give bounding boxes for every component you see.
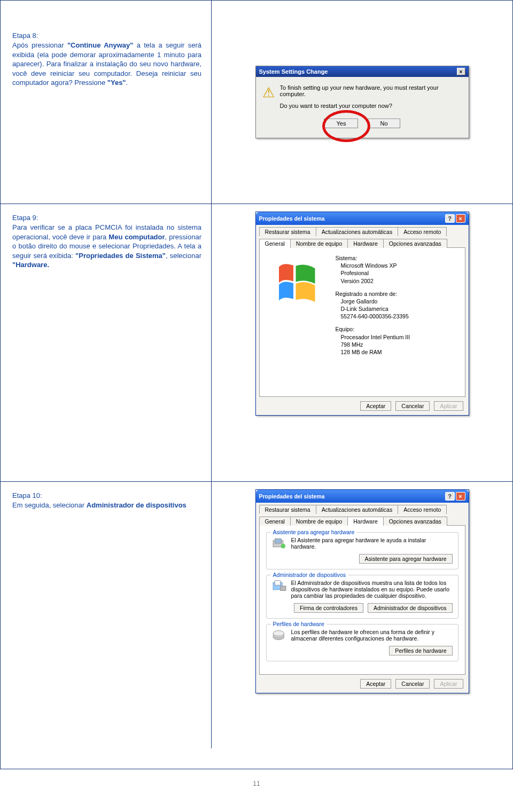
ok-button[interactable]: Aceptar	[360, 679, 391, 689]
tab-advanced[interactable]: Opciones avanzadas	[383, 239, 447, 248]
warning-icon: ⚠	[262, 84, 275, 116]
sistema-line-3: Versión 2002	[336, 277, 410, 285]
svg-rect-1	[275, 538, 281, 543]
equipo-label: Equipo:	[336, 325, 410, 333]
step9-image-cell: Propiedades del sistema ? × Restaurar si…	[212, 204, 512, 481]
add-hardware-legend: Asistente para agregar hardware	[271, 529, 357, 535]
tab-remote[interactable]: Acceso remoto	[398, 227, 447, 236]
device-manager-desc: El Administrador de dispositivos muestra…	[291, 580, 453, 599]
step9-heading: Etapa 9:	[12, 214, 201, 222]
props-tabs-row2: General Nombre de equipo Hardware Opcion…	[259, 238, 465, 247]
device-manager-button[interactable]: Administrador de dispositivos	[368, 603, 453, 613]
ok-button[interactable]: Aceptar	[360, 401, 391, 411]
svg-rect-5	[280, 586, 285, 591]
props-tabs-row2: General Nombre de equipo Hardware Opcion…	[259, 516, 465, 525]
props-titlebar: Propiedades del sistema ? ×	[256, 490, 469, 503]
tab-remote[interactable]: Acceso remoto	[398, 505, 447, 514]
tab-computer-name[interactable]: Nombre de equipo	[290, 239, 348, 248]
system-settings-dialog: System Settings Change × ⚠ To finish set…	[255, 66, 469, 138]
add-hardware-fieldset: Asistente para agregar hardware El Asist…	[266, 532, 458, 569]
step10-text-cell: Etapa 10: Em seguida, selecionar Adminis…	[1, 482, 212, 748]
hardware-tab-body: Asistente para agregar hardware El Asist…	[259, 525, 465, 675]
step8-text-cell: Etapa 8: Após pressionar "Continue Anywa…	[1, 1, 212, 204]
tab-restore[interactable]: Restaurar sistema	[259, 227, 316, 236]
tab-autoupdate[interactable]: Actualizaciones automáticas	[316, 227, 399, 236]
hardware-profiles-button[interactable]: Perfiles de hardware	[389, 646, 452, 655]
device-manager-fieldset: Administrador de dispositivos El Adminis…	[266, 575, 458, 619]
step9-text-cell: Etapa 9: Para verificar se a placa PCMCI…	[1, 204, 212, 481]
system-properties-dialog-general: Propiedades del sistema ? × Restaurar si…	[255, 212, 469, 416]
yes-button[interactable]: Yes	[324, 119, 358, 128]
svg-rect-4	[275, 581, 280, 585]
step8-body: Após pressionar "Continue Anyway" a tela…	[12, 41, 201, 88]
close-icon[interactable]: ×	[456, 492, 465, 501]
tab-general[interactable]: General	[259, 239, 291, 248]
step10-image-cell: Propiedades del sistema ? × Restaurar si…	[212, 482, 512, 748]
registrado-label: Registrado a nombre de:	[336, 290, 410, 298]
registrado-line-1: Jorge Gallardo	[336, 298, 410, 305]
help-icon[interactable]: ?	[445, 492, 455, 501]
device-manager-legend: Administrador de dispositivos	[271, 572, 348, 578]
step8-heading: Etapa 8:	[12, 32, 201, 40]
tab-general[interactable]: General	[259, 517, 291, 526]
equipo-line-3: 128 MB de RAM	[336, 348, 410, 356]
add-hardware-desc: El Asistente para agregar hardware le ay…	[291, 537, 453, 550]
hardware-profiles-fieldset: Perfiles de hardware Los perfiles de har…	[266, 624, 458, 661]
dialog-msg-1: To finish setting up your new hardware, …	[280, 84, 462, 97]
registrado-line-2: D-Link Sudamerica	[336, 305, 410, 313]
equipo-line-2: 798 MHz	[336, 341, 410, 348]
svg-point-8	[273, 630, 284, 636]
sistema-line-2: Profesional	[336, 269, 410, 277]
close-icon[interactable]: ×	[457, 68, 465, 75]
svg-point-2	[281, 544, 285, 549]
add-hardware-wizard-button[interactable]: Asistente para agregar hardware	[359, 554, 453, 564]
tab-autoupdate[interactable]: Actualizaciones automáticas	[316, 505, 399, 514]
cancel-button[interactable]: Cancelar	[395, 401, 430, 411]
tab-restore[interactable]: Restaurar sistema	[259, 505, 316, 514]
tab-hardware[interactable]: Hardware	[347, 239, 384, 248]
hardware-profiles-desc: Los perfiles de hardware le ofrecen una …	[291, 629, 453, 642]
cancel-button[interactable]: Cancelar	[395, 679, 430, 689]
equipo-line-1: Procesador Intel Pentium III	[336, 333, 410, 341]
step8-image-cell: System Settings Change × ⚠ To finish set…	[212, 1, 512, 204]
registrado-line-3: 55274-640-0000356-23395	[336, 313, 410, 320]
add-hardware-icon	[272, 537, 287, 550]
step10-heading: Etapa 10:	[12, 491, 201, 499]
help-icon[interactable]: ?	[445, 214, 455, 223]
props-title: Propiedades del sistema	[259, 215, 325, 222]
device-manager-icon	[272, 580, 287, 592]
driver-signing-button[interactable]: Firma de controladores	[294, 603, 363, 613]
tab-computer-name[interactable]: Nombre de equipo	[290, 517, 348, 526]
sistema-line-1: Microsoft Windows XP	[336, 262, 410, 269]
sistema-label: Sistema:	[336, 254, 410, 262]
dialog-titlebar: System Settings Change ×	[256, 66, 469, 77]
dialog-title: System Settings Change	[259, 68, 328, 75]
step9-body: Para verificar se a placa PCMCIA foi ins…	[12, 223, 201, 270]
hardware-profiles-icon	[272, 629, 287, 642]
props-tabs-row1: Restaurar sistema Actualizaciones automá…	[259, 227, 465, 236]
general-tab-body: Sistema: Microsoft Windows XP Profesiona…	[259, 247, 465, 397]
system-properties-dialog-hardware: Propiedades del sistema ? × Restaurar si…	[255, 489, 469, 693]
hardware-profiles-legend: Perfiles de hardware	[271, 621, 327, 627]
props-title: Propiedades del sistema	[259, 493, 325, 499]
props-tabs-row1: Restaurar sistema Actualizaciones automá…	[259, 505, 465, 514]
tab-advanced[interactable]: Opciones avanzadas	[383, 517, 447, 526]
props-titlebar: Propiedades del sistema ? ×	[256, 212, 469, 225]
page-number: 11	[0, 769, 513, 793]
no-button[interactable]: No	[368, 119, 400, 128]
tab-hardware[interactable]: Hardware	[347, 517, 384, 526]
dialog-msg-2: Do you want to restart your computer now…	[280, 103, 462, 109]
windows-logo-icon	[266, 254, 330, 313]
close-icon[interactable]: ×	[456, 214, 465, 223]
apply-button[interactable]: Aplicar	[434, 401, 463, 411]
step10-body: Em seguida, selecionar Administrador de …	[12, 501, 201, 510]
apply-button[interactable]: Aplicar	[434, 679, 463, 689]
